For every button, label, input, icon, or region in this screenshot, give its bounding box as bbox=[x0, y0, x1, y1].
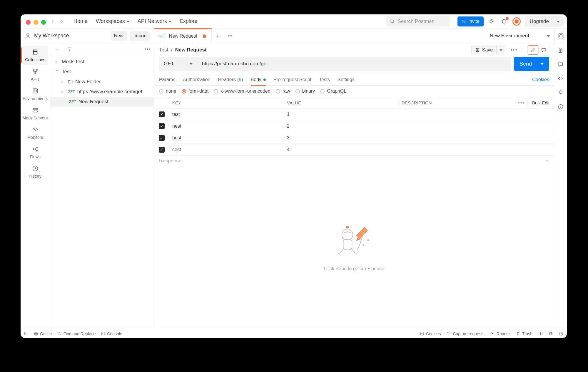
nav-explore[interactable]: Explore bbox=[180, 18, 198, 24]
subtab-body[interactable]: Body bbox=[251, 74, 266, 86]
search-bar[interactable]: Search Postman bbox=[386, 16, 450, 26]
rail-environments[interactable]: Environments bbox=[23, 84, 48, 104]
response-header[interactable]: Response bbox=[154, 155, 554, 166]
upgrade-button[interactable]: Upgrade bbox=[525, 16, 554, 26]
subtab-settings[interactable]: Settings bbox=[338, 74, 355, 86]
tree-add-button[interactable] bbox=[53, 45, 61, 53]
subtab-authorization[interactable]: Authorization bbox=[183, 74, 210, 86]
two-pane-button[interactable] bbox=[538, 331, 543, 336]
key-cell[interactable]: test bbox=[169, 112, 284, 117]
breadcrumb-path[interactable]: Test bbox=[159, 47, 168, 53]
info-button[interactable] bbox=[558, 90, 564, 96]
tree-filter-button[interactable] bbox=[65, 45, 74, 53]
send-button[interactable]: Send bbox=[514, 57, 549, 71]
body-type-graphql[interactable]: GraphQL bbox=[320, 89, 346, 94]
svg-point-8 bbox=[35, 73, 36, 74]
checkbox[interactable]: ✓ bbox=[159, 111, 165, 117]
close-window-button[interactable] bbox=[26, 20, 31, 25]
send-label: Send bbox=[519, 61, 532, 67]
rail-collections[interactable]: Collections bbox=[23, 46, 48, 65]
environment-quicklook[interactable] bbox=[554, 29, 567, 43]
subtab-params[interactable]: Params bbox=[159, 74, 175, 86]
tab-new-request[interactable]: GET New Request bbox=[154, 28, 212, 43]
online-status[interactable]: Online bbox=[34, 331, 52, 336]
value-cell[interactable]: 2 bbox=[284, 124, 398, 129]
layout-toggle[interactable] bbox=[24, 331, 29, 336]
nav-api-network[interactable]: API Network bbox=[138, 18, 171, 24]
tree-item-test[interactable]: › Test bbox=[50, 67, 154, 77]
help-button[interactable] bbox=[559, 331, 563, 336]
body-type-binary[interactable]: binary bbox=[295, 89, 315, 94]
nav-home[interactable]: Home bbox=[74, 18, 88, 24]
subtab-prerequest[interactable]: Pre-request Script bbox=[273, 74, 311, 86]
find-replace-button[interactable]: Find and Replace bbox=[57, 331, 96, 336]
nav-forward-button[interactable] bbox=[59, 19, 65, 24]
nav-back-button[interactable] bbox=[50, 19, 55, 24]
environment-selector[interactable]: New Environment bbox=[485, 29, 554, 43]
tree-item-new-request[interactable]: GET New Request bbox=[50, 97, 154, 107]
rail-monitors[interactable]: Monitors bbox=[23, 123, 48, 143]
nav-workspaces[interactable]: Workspaces bbox=[96, 18, 129, 24]
tab-overflow-button[interactable]: ••• bbox=[224, 33, 236, 39]
new-tab-button[interactable]: ＋ bbox=[212, 31, 224, 40]
url-input[interactable] bbox=[197, 57, 511, 71]
key-cell[interactable]: cest bbox=[169, 147, 284, 152]
rail-flows[interactable]: Flows bbox=[23, 143, 48, 162]
value-cell[interactable]: 4 bbox=[284, 147, 398, 152]
bootcamp-button[interactable] bbox=[549, 331, 553, 336]
tree-more-button[interactable]: ••• bbox=[144, 46, 151, 52]
rail-mock-servers[interactable]: Mock Servers bbox=[23, 104, 48, 123]
checkbox[interactable]: ✓ bbox=[159, 147, 165, 153]
minimize-window-button[interactable] bbox=[34, 20, 38, 25]
user-avatar[interactable] bbox=[512, 17, 521, 26]
body-type-raw[interactable]: raw bbox=[276, 89, 290, 94]
invite-button[interactable]: Invite bbox=[457, 16, 484, 26]
method-select[interactable]: GET bbox=[159, 57, 197, 71]
view-mode-toggle bbox=[527, 45, 549, 55]
value-cell[interactable]: 3 bbox=[284, 135, 398, 141]
body-type-formdata[interactable]: form-data bbox=[182, 89, 208, 94]
subtab-headers[interactable]: Headers(9) bbox=[218, 74, 243, 86]
settings-button[interactable] bbox=[488, 17, 496, 26]
chevron-down-icon bbox=[126, 21, 129, 23]
tree-item-example-get[interactable]: › GET https://www.example.com/get bbox=[50, 87, 154, 97]
save-menu-button[interactable] bbox=[497, 45, 505, 55]
maximize-window-button[interactable] bbox=[41, 20, 46, 25]
runner-button[interactable]: Runner bbox=[490, 331, 510, 336]
tree-item-mock-test[interactable]: › Mock Test bbox=[50, 57, 154, 67]
body-type-none[interactable]: none bbox=[159, 89, 176, 94]
build-mode-button[interactable] bbox=[528, 45, 538, 55]
request-more-button[interactable]: ••• bbox=[508, 47, 520, 53]
rail-apis[interactable]: APIs bbox=[23, 65, 48, 84]
key-cell[interactable]: nest bbox=[169, 124, 284, 129]
bulk-edit-button[interactable]: Bulk Edit bbox=[527, 100, 554, 105]
code-button[interactable] bbox=[558, 76, 564, 81]
body-type-urlencoded[interactable]: x-www-form-urlencoded bbox=[214, 89, 270, 94]
key-cell[interactable]: best bbox=[169, 135, 284, 141]
svg-point-15 bbox=[36, 150, 37, 151]
checkbox[interactable]: ✓ bbox=[159, 123, 165, 129]
related-button[interactable] bbox=[558, 104, 564, 110]
value-cell[interactable]: 1 bbox=[284, 112, 398, 117]
subtab-tests[interactable]: Tests bbox=[319, 74, 330, 86]
save-button[interactable]: Save bbox=[471, 45, 497, 55]
trash-button[interactable]: Trash bbox=[516, 331, 532, 336]
mock-icon bbox=[32, 107, 39, 114]
checkbox[interactable]: ✓ bbox=[159, 135, 165, 141]
console-button[interactable]: Console bbox=[101, 331, 122, 336]
comments-button[interactable] bbox=[558, 61, 564, 67]
notifications-button[interactable] bbox=[500, 17, 508, 26]
comment-mode-button[interactable] bbox=[538, 45, 549, 55]
import-button[interactable]: Import bbox=[130, 31, 150, 41]
cookies-button[interactable]: Cookies bbox=[420, 331, 441, 336]
workspace-name[interactable]: My Workspace bbox=[34, 33, 108, 39]
cookies-link[interactable]: Cookies bbox=[532, 77, 549, 82]
tree-item-new-folder[interactable]: › New Folder bbox=[50, 77, 154, 87]
documentation-button[interactable] bbox=[558, 47, 564, 53]
new-button[interactable]: New bbox=[111, 31, 127, 41]
svg-rect-18 bbox=[343, 239, 352, 250]
capture-button[interactable]: Capture requests bbox=[447, 331, 484, 336]
upgrade-menu-button[interactable] bbox=[554, 16, 563, 26]
table-columns-button[interactable]: ••• bbox=[515, 100, 527, 105]
rail-history[interactable]: History bbox=[23, 162, 48, 181]
